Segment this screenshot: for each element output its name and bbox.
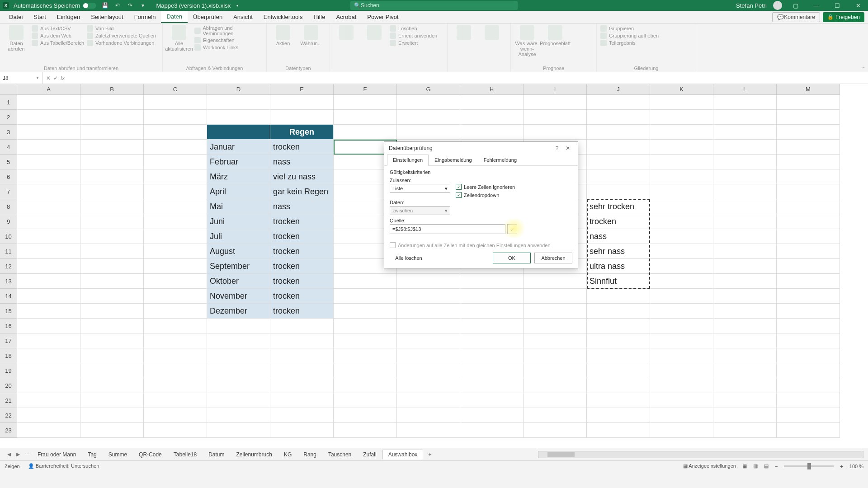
row-header[interactable]: 16 [0,319,17,333]
save-icon[interactable]: 💾 [101,1,109,9]
cell[interactable] [650,169,713,184]
ribbon-tab-ansicht[interactable]: Ansicht [228,11,258,23]
cell[interactable] [650,199,713,214]
cell[interactable] [17,423,80,438]
cell[interactable] [17,214,80,229]
cell[interactable]: viel zu nass [270,169,334,184]
cell[interactable] [334,408,397,423]
view-break-icon[interactable]: ▤ [764,463,769,469]
fx-icon[interactable]: fx [61,75,65,81]
column-header[interactable]: G [397,84,460,95]
cell[interactable] [17,244,80,259]
refresh-all-button[interactable]: Alle aktualisieren [166,25,192,52]
row-header[interactable]: 12 [0,259,17,274]
row-header[interactable]: 13 [0,274,17,289]
ribbon-tab-entwicklertools[interactable]: Entwicklertools [258,11,308,23]
cell[interactable]: nass [587,229,650,244]
cell[interactable] [17,289,80,304]
ribbon-item[interactable]: Gruppieren [600,25,659,32]
cell[interactable]: trocken [270,229,334,244]
cell[interactable] [144,408,207,423]
cell[interactable] [270,408,334,423]
cell[interactable] [397,348,460,363]
cell[interactable] [650,348,713,363]
comments-button[interactable]: 💬 Kommentare [772,12,820,22]
cell[interactable] [17,110,80,125]
sheet-tab[interactable]: Frau oder Mann [32,450,82,460]
ribbon-item[interactable]: Teilergebnis [600,40,659,46]
zoom-out-icon[interactable]: − [775,464,778,469]
share-button[interactable]: 🔒Freigeben [823,12,864,22]
cell[interactable] [270,378,334,393]
cell[interactable] [17,140,80,155]
cell[interactable] [587,304,650,319]
sheet-tab[interactable]: Tag [82,450,102,460]
cell[interactable] [713,140,777,155]
zoom-knob[interactable] [807,463,811,469]
ribbon-item[interactable]: Aus Text/CSV [32,25,84,32]
cell[interactable] [80,125,144,140]
cell[interactable] [17,259,80,274]
cell[interactable] [713,378,777,393]
cell[interactable] [80,393,144,408]
row-header[interactable]: 23 [0,423,17,438]
cell[interactable] [713,125,777,140]
cell[interactable] [713,229,777,244]
cell[interactable] [777,125,840,140]
cell[interactable] [713,169,777,184]
ignore-blank-checkbox[interactable]: Leere Zellen ignorieren [456,184,515,190]
cell[interactable] [650,140,713,155]
row-header[interactable]: 9 [0,214,17,229]
filename-dropdown-icon[interactable]: ▾ [236,4,238,8]
ribbon-item[interactable]: Aus dem Web [32,33,84,39]
cell[interactable] [587,155,650,169]
cell[interactable]: trocken [587,214,650,229]
cell[interactable] [777,110,840,125]
cell[interactable] [777,95,840,110]
cell[interactable] [270,95,334,110]
sheet-tab[interactable]: Auswahlbox [382,450,424,460]
cell[interactable] [397,319,460,333]
cell[interactable] [713,259,777,274]
cell[interactable]: Februar [207,155,270,169]
close-dialog-icon[interactable]: ✕ [562,145,573,151]
cell[interactable]: trocken [270,140,334,155]
scrollbar-thumb[interactable] [547,452,575,457]
cell[interactable] [397,289,460,304]
cell[interactable] [650,110,713,125]
cell[interactable] [650,95,713,110]
cell[interactable] [777,274,840,289]
cell[interactable] [587,140,650,155]
cell[interactable] [524,378,587,393]
sheet-tab[interactable]: Zeilenumbruch [231,450,278,460]
cell[interactable] [334,363,397,378]
cell[interactable]: sehr nass [587,244,650,259]
cell[interactable] [524,393,587,408]
cell[interactable] [650,184,713,199]
cell[interactable] [713,304,777,319]
column-header[interactable]: I [524,84,587,95]
cell[interactable] [17,393,80,408]
column-header[interactable]: H [460,84,524,95]
sheet-nav-more-icon[interactable]: ⋯ [23,451,32,457]
cell[interactable] [144,363,207,378]
ribbon-item[interactable]: Von Bild [87,25,156,32]
cell[interactable] [334,378,397,393]
ribbon-options-icon[interactable]: ▢ [788,2,803,9]
cell[interactable] [144,289,207,304]
cell[interactable] [713,319,777,333]
ribbon-item[interactable]: Workbook Links [194,44,263,51]
add-sheet-button[interactable]: + [423,450,436,460]
ribbon-tab-daten[interactable]: Daten [161,11,188,23]
cell[interactable] [144,348,207,363]
cell[interactable] [144,125,207,140]
view-page-icon[interactable]: ▥ [753,463,758,469]
cell[interactable] [207,125,270,140]
cell[interactable] [334,319,397,333]
cell[interactable] [713,214,777,229]
cell[interactable] [144,274,207,289]
dialog-tab[interactable]: Einstellungen [387,155,429,166]
cell[interactable] [17,319,80,333]
cell[interactable] [650,378,713,393]
cell[interactable]: Sinnflut [587,274,650,289]
